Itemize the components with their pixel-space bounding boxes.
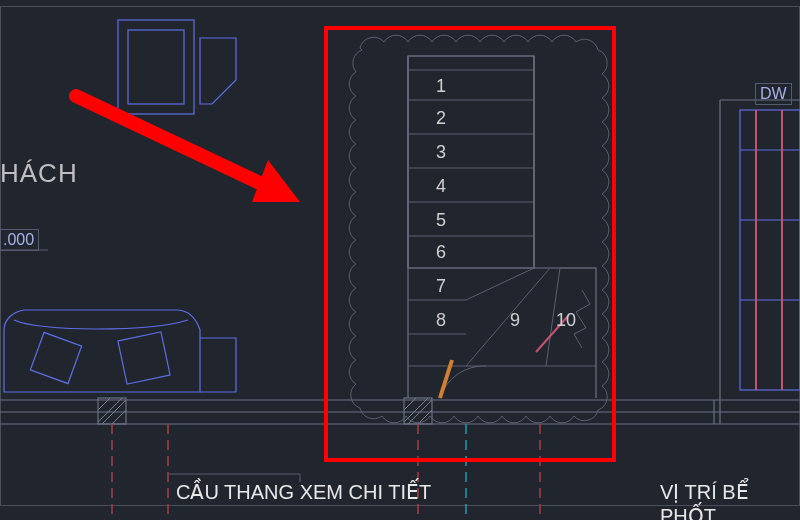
stair-step-6: 6 — [436, 242, 446, 262]
svg-line-8 — [98, 398, 122, 422]
svg-rect-0 — [118, 20, 194, 114]
svg-rect-54 — [326, 28, 614, 460]
stair-step-2: 2 — [436, 108, 446, 128]
tag-dw: DW — [755, 83, 792, 105]
stair-step-9: 9 — [510, 310, 520, 330]
annotation-arrow — [76, 96, 300, 202]
annotation-highlight — [326, 28, 614, 460]
svg-rect-46 — [740, 110, 800, 390]
stair-step-5: 5 — [436, 210, 446, 230]
stair-step-1: 1 — [436, 76, 446, 96]
svg-line-38 — [466, 268, 534, 300]
room-label: HÁCH — [0, 158, 78, 189]
caption-stair-detail: CẦU THANG XEM CHI TIẾT — [176, 480, 431, 504]
floor-wall-lines — [0, 400, 800, 424]
hatch-square-2 — [404, 398, 432, 424]
svg-line-55 — [76, 96, 266, 186]
hatch-square-1 — [98, 398, 126, 424]
stair-step-4: 4 — [436, 176, 446, 196]
stair-step-7: 7 — [436, 276, 446, 296]
caption-septic-location: VỊ TRÍ BỂ PHỐT — [660, 480, 800, 520]
drawing-layer: 1 2 3 4 5 6 7 8 9 10 — [0, 0, 800, 520]
svg-rect-1 — [128, 30, 184, 104]
revision-cloud — [349, 35, 609, 423]
right-fixture — [714, 100, 800, 424]
svg-rect-3 — [118, 332, 170, 384]
stair-step-10: 10 — [556, 310, 576, 330]
stair-step-8: 8 — [436, 310, 446, 330]
svg-rect-12 — [404, 398, 432, 424]
furniture-block-sofa — [4, 310, 236, 392]
cad-model-space[interactable]: 1 2 3 4 5 6 7 8 9 10 — [0, 0, 800, 520]
stair-step-3: 3 — [436, 142, 446, 162]
dimension-value: .000 — [0, 229, 39, 251]
furniture-block-top — [118, 20, 236, 114]
stair-plan: 1 2 3 4 5 6 7 8 9 10 — [408, 56, 596, 398]
svg-rect-7 — [98, 398, 126, 424]
svg-rect-2 — [30, 332, 81, 383]
